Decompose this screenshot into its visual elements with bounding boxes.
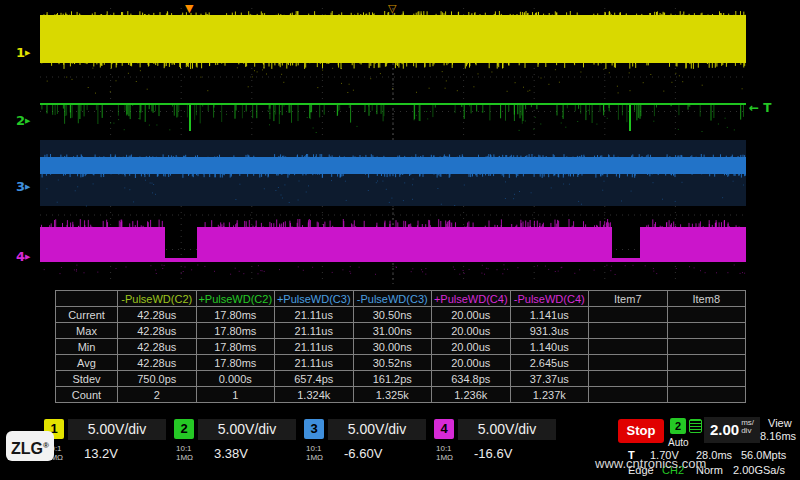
measurement-value: 21.11us — [275, 323, 354, 339]
measurement-corner-cell — [56, 291, 118, 307]
measurement-value — [589, 371, 668, 387]
zlg-logo: ZLG® — [6, 431, 54, 461]
measurement-value: 1.325k — [353, 387, 432, 403]
channel-2-offset: 3.38V — [214, 446, 248, 461]
measurement-row-label: Avg — [56, 355, 118, 371]
measurement-value: 17.80ms — [196, 355, 275, 371]
channel-4-block[interactable]: 4 5.00V/div 10:1 1MΩ -16.6V — [434, 419, 562, 477]
measurement-value — [667, 339, 746, 355]
timebase-control[interactable]: 2.00ms/ div — [704, 417, 760, 443]
trigger-coupling-icon — [689, 419, 702, 433]
measurement-value: 30.00ns — [353, 339, 432, 355]
view-label: View — [768, 417, 792, 429]
registered-mark: ® — [43, 441, 49, 450]
measurement-value: 1.236k — [432, 387, 511, 403]
trigger-level-marker[interactable]: ← T — [749, 101, 771, 115]
triangle-down-hollow-icon: ▽ — [388, 2, 396, 15]
channel-2-position-marker[interactable]: 2▶ — [16, 114, 30, 128]
trace-arrow-icon: ▶ — [25, 183, 30, 191]
channel-1-position-marker[interactable]: 1▶ — [16, 46, 30, 60]
channel-3-marker-label: 3 — [16, 179, 25, 194]
channel-2-marker-label: 2 — [16, 113, 25, 128]
trace-arrow-icon: ▶ — [25, 117, 30, 125]
measurement-value — [589, 339, 668, 355]
measurement-value: 17.80ms — [196, 339, 275, 355]
channel-4-impedance: 1MΩ — [436, 453, 453, 462]
measurement-row-label: Stdev — [56, 371, 118, 387]
measurement-table-body: Current42.28us17.80ms21.11us30.50ns20.00… — [56, 307, 746, 403]
measurement-column-header: Item7 — [589, 291, 668, 307]
measurement-value — [667, 387, 746, 403]
measurement-value: 30.52ns — [353, 355, 432, 371]
measurement-value: 161.2ps — [353, 371, 432, 387]
trace-arrow-icon: ▶ — [25, 49, 30, 57]
channel-1-scale[interactable]: 5.00V/div — [68, 419, 166, 440]
measurement-value: 2 — [118, 387, 197, 403]
triangle-down-filled-icon: ▼ — [185, 2, 193, 15]
channel-4-marker-label: 4 — [16, 249, 25, 264]
measurement-value: 2.645us — [510, 355, 589, 371]
measurement-value: 21.11us — [275, 355, 354, 371]
measurement-value: 42.28us — [118, 355, 197, 371]
measurement-value: 17.80ms — [196, 307, 275, 323]
channel-2-scale[interactable]: 5.00V/div — [198, 419, 296, 440]
channel-4-position-marker[interactable]: 4▶ — [16, 250, 30, 264]
trigger-position-marker[interactable]: ▼ — [185, 4, 193, 14]
measurement-value: 30.50ns — [353, 307, 432, 323]
waveform-canvas — [40, 8, 746, 284]
channel-1-block[interactable]: 1 5.00V/div 10:1 1MΩ 13.2V — [44, 419, 172, 477]
channel-4-scale[interactable]: 5.00V/div — [458, 419, 556, 440]
channel-2-probe-ratio: 10:1 — [176, 444, 192, 453]
channel-3-position-marker[interactable]: 3▶ — [16, 180, 30, 194]
measurement-value: 42.28us — [118, 323, 197, 339]
timebase-unit: ms/ div — [741, 419, 754, 435]
record-center-marker: ▽ — [388, 4, 396, 14]
channel-3-badge[interactable]: 3 — [304, 419, 324, 439]
channel-4-badge[interactable]: 4 — [434, 419, 454, 439]
measurement-header-row: -PulseWD(C2)+PulseWD(C2)+PulseWD(C3)-Pul… — [56, 291, 746, 307]
measurement-row: Stdev750.0ps0.000s657.4ps161.2ps634.8ps3… — [56, 371, 746, 387]
measurement-value — [667, 371, 746, 387]
channel-1-offset: 13.2V — [84, 446, 118, 461]
sample-rate-value: 2.00GSa/s — [733, 464, 785, 476]
measurement-column-header: Item8 — [667, 291, 746, 307]
measurement-value: 20.00us — [432, 307, 511, 323]
measurement-value: 20.00us — [432, 355, 511, 371]
channel-3-probe-ratio: 10:1 — [306, 444, 322, 453]
channel-2-block[interactable]: 2 5.00V/div 10:1 1MΩ 3.38V — [174, 419, 302, 477]
waveform-display[interactable] — [40, 8, 746, 284]
measurement-value — [589, 307, 668, 323]
measurement-row: Avg42.28us17.80ms21.11us30.52ns20.00us2.… — [56, 355, 746, 371]
measurement-row-label: Current — [56, 307, 118, 323]
measurement-value: 21.11us — [275, 339, 354, 355]
measurement-value: 0.000s — [196, 371, 275, 387]
measurement-value: 1 — [196, 387, 275, 403]
measurement-value: 20.00us — [432, 339, 511, 355]
trace-arrow-icon: ▶ — [25, 253, 30, 261]
measurement-value: 634.8ps — [432, 371, 511, 387]
trigger-source-badge[interactable]: 2 — [670, 418, 686, 434]
trigger-sweep-mode-label[interactable]: Auto — [668, 437, 689, 448]
measurement-value: 42.28us — [118, 339, 197, 355]
measurement-row: Min42.28us17.80ms21.11us30.00ns20.00us1.… — [56, 339, 746, 355]
measurement-row-label: Max — [56, 323, 118, 339]
memory-depth-value: 56.0Mpts — [741, 449, 786, 461]
measurement-value: 31.00ns — [353, 323, 432, 339]
view-window-value: 8.16ms — [760, 430, 796, 442]
run-stop-button[interactable]: Stop — [618, 419, 664, 443]
measurement-column-header: -PulseWD(C4) — [510, 291, 589, 307]
channel-2-badge[interactable]: 2 — [174, 419, 194, 439]
channel-3-block[interactable]: 3 5.00V/div 10:1 1MΩ -6.60V — [304, 419, 432, 477]
measurement-value — [667, 307, 746, 323]
measurement-row: Max42.28us17.80ms21.11us31.00ns20.00us93… — [56, 323, 746, 339]
measurement-column-header: -PulseWD(C3) — [353, 291, 432, 307]
measurement-table[interactable]: -PulseWD(C2)+PulseWD(C2)+PulseWD(C3)-Pul… — [55, 290, 746, 403]
measurement-value — [589, 323, 668, 339]
channel-3-scale[interactable]: 5.00V/div — [328, 419, 426, 440]
measurement-value — [667, 355, 746, 371]
measurement-value: 931.3us — [510, 323, 589, 339]
measurement-value: 17.80ms — [196, 323, 275, 339]
measurement-value: 750.0ps — [118, 371, 197, 387]
measurement-value — [589, 387, 668, 403]
measurement-value: 1.141us — [510, 307, 589, 323]
